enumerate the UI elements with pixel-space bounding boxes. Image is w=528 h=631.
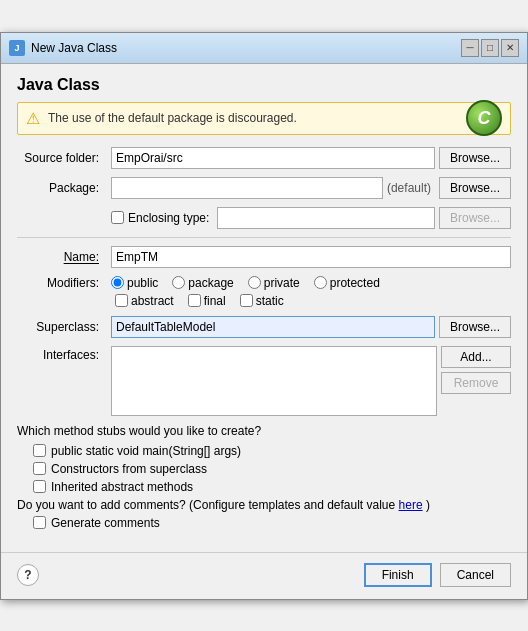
default-text: (default) bbox=[387, 181, 431, 195]
abstract-check[interactable]: abstract bbox=[115, 294, 174, 308]
abstract-label: abstract bbox=[131, 294, 174, 308]
stub-inherited-row: Inherited abstract methods bbox=[33, 480, 511, 494]
superclass-browse-button[interactable]: Browse... bbox=[439, 316, 511, 338]
superclass-input[interactable] bbox=[111, 316, 435, 338]
superclass-label: Superclass: bbox=[17, 320, 107, 334]
name-row: Name: bbox=[17, 246, 511, 268]
interfaces-list-box[interactable] bbox=[111, 346, 437, 416]
name-label: Name: bbox=[17, 250, 107, 264]
minimize-button[interactable]: ─ bbox=[461, 39, 479, 57]
title-bar: J New Java Class ─ □ ✕ bbox=[1, 33, 527, 64]
interfaces-add-button[interactable]: Add... bbox=[441, 346, 511, 368]
modifier-radio-group: public package private protected bbox=[111, 276, 511, 290]
title-bar-buttons: ─ □ ✕ bbox=[461, 39, 519, 57]
final-label: final bbox=[204, 294, 226, 308]
finish-button[interactable]: Finish bbox=[364, 563, 432, 587]
stub-constructors-checkbox[interactable] bbox=[33, 462, 46, 475]
modifier-private-label: private bbox=[264, 276, 300, 290]
interfaces-action-buttons: Add... Remove bbox=[441, 346, 511, 394]
comments-question-text: Do you want to add comments? (Configure … bbox=[17, 498, 395, 512]
modifiers-row: Modifiers: public package private protec… bbox=[17, 276, 511, 290]
modifier-package-label: package bbox=[188, 276, 233, 290]
modifier-private-radio[interactable] bbox=[248, 276, 261, 289]
modifiers-label: Modifiers: bbox=[17, 276, 107, 290]
modifier-public-radio[interactable] bbox=[111, 276, 124, 289]
divider1 bbox=[17, 237, 511, 238]
dialog-content: Java Class ⚠ The use of the default pack… bbox=[1, 64, 527, 552]
package-label: Package: bbox=[17, 181, 107, 195]
package-browse-button[interactable]: Browse... bbox=[439, 177, 511, 199]
modifier-checkboxes-row: abstract final static bbox=[115, 294, 511, 308]
package-row: Package: (default) Browse... bbox=[17, 177, 511, 199]
source-folder-label: Source folder: bbox=[17, 151, 107, 165]
eclipse-logo: C bbox=[466, 100, 502, 136]
stub-inherited-label: Inherited abstract methods bbox=[51, 480, 193, 494]
enclosing-type-label: Enclosing type: bbox=[128, 211, 213, 225]
name-input[interactable] bbox=[111, 246, 511, 268]
footer-left: ? bbox=[17, 564, 39, 586]
stub-main-checkbox[interactable] bbox=[33, 444, 46, 457]
dialog-window: J New Java Class ─ □ ✕ Java Class ⚠ The … bbox=[0, 32, 528, 600]
title-bar-title: New Java Class bbox=[31, 41, 455, 55]
dialog-footer: ? Finish Cancel bbox=[1, 552, 527, 599]
comments-question-end: ) bbox=[426, 498, 430, 512]
maximize-button[interactable]: □ bbox=[481, 39, 499, 57]
warning-box: ⚠ The use of the default package is disc… bbox=[17, 102, 511, 135]
stub-main-label: public static void main(String[] args) bbox=[51, 444, 241, 458]
section-title: Java Class bbox=[17, 76, 511, 94]
comments-here-link[interactable]: here bbox=[399, 498, 423, 512]
final-checkbox[interactable] bbox=[188, 294, 201, 307]
comments-question: Do you want to add comments? (Configure … bbox=[17, 498, 511, 512]
title-bar-icon: J bbox=[9, 40, 25, 56]
modifier-private[interactable]: private bbox=[248, 276, 300, 290]
footer-right: Finish Cancel bbox=[364, 563, 511, 587]
modifier-protected[interactable]: protected bbox=[314, 276, 380, 290]
generate-comments-row: Generate comments bbox=[33, 516, 511, 530]
modifier-package-radio[interactable] bbox=[172, 276, 185, 289]
modifier-package[interactable]: package bbox=[172, 276, 233, 290]
interfaces-label: Interfaces: bbox=[17, 346, 107, 362]
stub-inherited-checkbox[interactable] bbox=[33, 480, 46, 493]
modifier-protected-label: protected bbox=[330, 276, 380, 290]
interfaces-section: Interfaces: Add... Remove bbox=[17, 346, 511, 416]
enclosing-type-checkbox[interactable] bbox=[111, 211, 124, 224]
superclass-row: Superclass: Browse... bbox=[17, 316, 511, 338]
eclipse-c-icon: C bbox=[478, 108, 491, 129]
generate-comments-label: Generate comments bbox=[51, 516, 160, 530]
modifier-public-label: public bbox=[127, 276, 158, 290]
static-check[interactable]: static bbox=[240, 294, 284, 308]
source-folder-browse-button[interactable]: Browse... bbox=[439, 147, 511, 169]
stub-checkboxes: public static void main(String[] args) C… bbox=[33, 444, 511, 494]
static-checkbox[interactable] bbox=[240, 294, 253, 307]
warning-icon: ⚠ bbox=[26, 109, 40, 128]
stub-main-row: public static void main(String[] args) bbox=[33, 444, 511, 458]
package-input[interactable] bbox=[111, 177, 383, 199]
abstract-checkbox[interactable] bbox=[115, 294, 128, 307]
cancel-button[interactable]: Cancel bbox=[440, 563, 511, 587]
final-check[interactable]: final bbox=[188, 294, 226, 308]
stubs-question: Which method stubs would you like to cre… bbox=[17, 424, 511, 438]
enclosing-type-row: Enclosing type: Browse... bbox=[17, 207, 511, 229]
enclosing-type-browse-button[interactable]: Browse... bbox=[439, 207, 511, 229]
static-label: static bbox=[256, 294, 284, 308]
close-button[interactable]: ✕ bbox=[501, 39, 519, 57]
help-button[interactable]: ? bbox=[17, 564, 39, 586]
stub-constructors-row: Constructors from superclass bbox=[33, 462, 511, 476]
source-folder-input[interactable] bbox=[111, 147, 435, 169]
modifier-protected-radio[interactable] bbox=[314, 276, 327, 289]
warning-text: The use of the default package is discou… bbox=[48, 111, 502, 125]
enclosing-type-input[interactable] bbox=[217, 207, 435, 229]
source-folder-row: Source folder: Browse... bbox=[17, 147, 511, 169]
stub-constructors-label: Constructors from superclass bbox=[51, 462, 207, 476]
modifier-public[interactable]: public bbox=[111, 276, 158, 290]
interfaces-remove-button[interactable]: Remove bbox=[441, 372, 511, 394]
generate-comments-checkbox[interactable] bbox=[33, 516, 46, 529]
